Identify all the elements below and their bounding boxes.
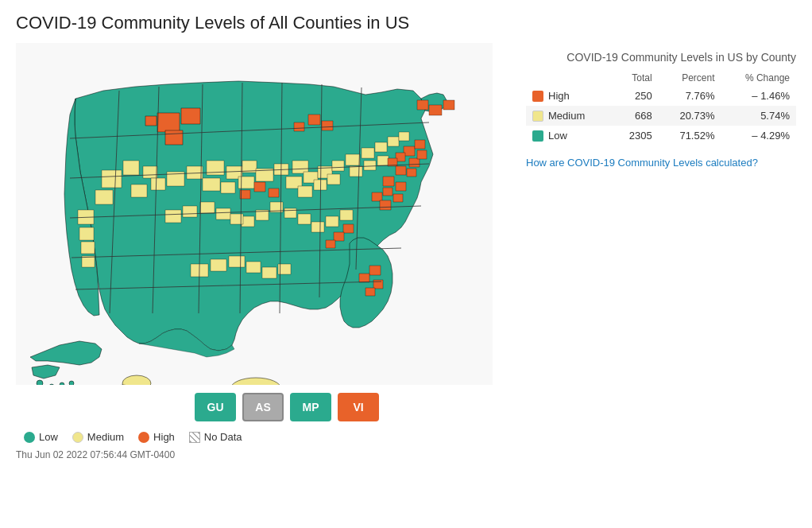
- col-percent: Percent: [659, 70, 721, 86]
- svg-rect-21: [332, 161, 344, 171]
- svg-rect-26: [362, 148, 374, 158]
- legend-low-color: [24, 432, 35, 443]
- svg-rect-55: [82, 256, 95, 267]
- table-row-medium: Medium 668 20.73% 5.74%: [526, 106, 796, 126]
- high-total: 250: [612, 86, 659, 106]
- svg-rect-2: [123, 161, 139, 175]
- svg-rect-57: [181, 108, 200, 124]
- svg-rect-54: [81, 242, 95, 254]
- page-container: COVID-19 Community Levels of All Countie…: [0, 0, 812, 468]
- svg-rect-58: [165, 130, 183, 145]
- svg-point-102: [37, 380, 43, 385]
- legend-high-color: [138, 432, 149, 443]
- territory-row: GU AS MP VI: [64, 393, 510, 421]
- medium-percent: 20.73%: [659, 106, 721, 126]
- high-dot: [532, 91, 543, 102]
- svg-rect-6: [151, 178, 165, 190]
- svg-rect-89: [417, 100, 428, 110]
- svg-rect-60: [308, 115, 320, 125]
- svg-rect-3: [143, 166, 157, 178]
- svg-rect-8: [187, 166, 203, 179]
- level-cell-medium: Medium: [526, 106, 612, 126]
- svg-rect-67: [417, 150, 427, 159]
- svg-rect-22: [298, 186, 312, 197]
- data-table: Total Percent % Change High 250: [526, 70, 796, 146]
- svg-rect-70: [407, 169, 416, 177]
- col-total: Total: [612, 70, 659, 86]
- legend-nodata-label: No Data: [204, 431, 242, 443]
- legend-nodata-icon: [189, 432, 200, 443]
- territory-badge-vi[interactable]: VI: [338, 393, 379, 421]
- low-label: Low: [548, 130, 567, 142]
- legend-row: Low Medium High No Data: [24, 431, 510, 443]
- table-header-row: Total Percent % Change: [526, 70, 796, 86]
- svg-rect-27: [375, 142, 387, 152]
- svg-rect-28: [388, 137, 399, 146]
- medium-change: 5.74%: [721, 106, 797, 126]
- svg-rect-56: [157, 113, 180, 132]
- svg-rect-37: [284, 208, 296, 218]
- svg-rect-5: [131, 184, 147, 197]
- legend-nodata: No Data: [189, 431, 242, 443]
- svg-rect-23: [314, 180, 327, 190]
- svg-rect-36: [298, 214, 311, 224]
- svg-rect-76: [380, 200, 391, 210]
- svg-rect-1: [102, 170, 122, 188]
- svg-rect-35: [311, 222, 324, 232]
- svg-rect-87: [429, 105, 442, 115]
- legend-low: Low: [24, 431, 58, 443]
- svg-rect-78: [359, 274, 369, 282]
- svg-rect-33: [340, 210, 353, 220]
- svg-rect-74: [383, 188, 392, 196]
- svg-rect-24: [327, 174, 340, 184]
- svg-rect-30: [350, 166, 362, 177]
- svg-rect-75: [372, 192, 382, 201]
- legend-medium-color: [72, 432, 83, 443]
- sidebar-title: COVID-19 Community Levels in US by Count…: [526, 51, 796, 64]
- svg-rect-59: [145, 116, 157, 126]
- table-row-high: High 250 7.76% – 1.46%: [526, 86, 796, 106]
- legend-medium: Medium: [72, 431, 124, 443]
- svg-rect-49: [246, 262, 261, 273]
- legend-high: High: [138, 431, 175, 443]
- svg-rect-13: [221, 182, 235, 193]
- svg-rect-69: [396, 166, 406, 175]
- svg-rect-43: [200, 202, 215, 213]
- territory-badge-gu[interactable]: GU: [195, 393, 236, 421]
- legend-high-label: High: [153, 431, 175, 443]
- svg-rect-85: [334, 232, 344, 241]
- svg-rect-12: [203, 178, 220, 191]
- svg-rect-62: [294, 122, 304, 131]
- level-cell-low: Low: [526, 126, 612, 146]
- svg-rect-73: [393, 194, 403, 202]
- map-container: [16, 43, 493, 385]
- svg-rect-64: [415, 140, 425, 149]
- page-title: COVID-19 Community Levels of All Countie…: [16, 13, 796, 33]
- calc-link[interactable]: How are COVID-19 Community Levels calcul…: [526, 157, 796, 169]
- col-level: [526, 70, 612, 86]
- svg-rect-40: [242, 216, 254, 227]
- medium-label: Medium: [548, 110, 585, 122]
- map-section: GU AS MP VI Low Medium High: [16, 43, 510, 460]
- svg-rect-25: [346, 154, 360, 165]
- table-row-low: Low 2305 71.52% – 4.29%: [526, 126, 796, 146]
- territory-badge-mp[interactable]: MP: [290, 393, 331, 421]
- svg-rect-80: [365, 288, 375, 296]
- medium-total: 668: [612, 106, 659, 126]
- svg-rect-50: [262, 267, 276, 278]
- svg-rect-44: [216, 208, 230, 219]
- svg-rect-79: [373, 280, 383, 289]
- svg-rect-34: [326, 216, 338, 227]
- medium-dot: [532, 111, 543, 122]
- territory-badge-as[interactable]: AS: [242, 393, 284, 421]
- svg-rect-72: [396, 182, 406, 191]
- low-percent: 71.52%: [659, 126, 721, 146]
- svg-rect-82: [269, 188, 279, 197]
- svg-rect-71: [383, 177, 394, 186]
- timestamp: Thu Jun 02 2022 07:56:44 GMT-0400: [16, 449, 510, 460]
- svg-rect-84: [343, 224, 354, 233]
- svg-rect-17: [292, 161, 308, 173]
- svg-rect-31: [364, 161, 376, 170]
- svg-rect-86: [326, 240, 335, 248]
- low-total: 2305: [612, 126, 659, 146]
